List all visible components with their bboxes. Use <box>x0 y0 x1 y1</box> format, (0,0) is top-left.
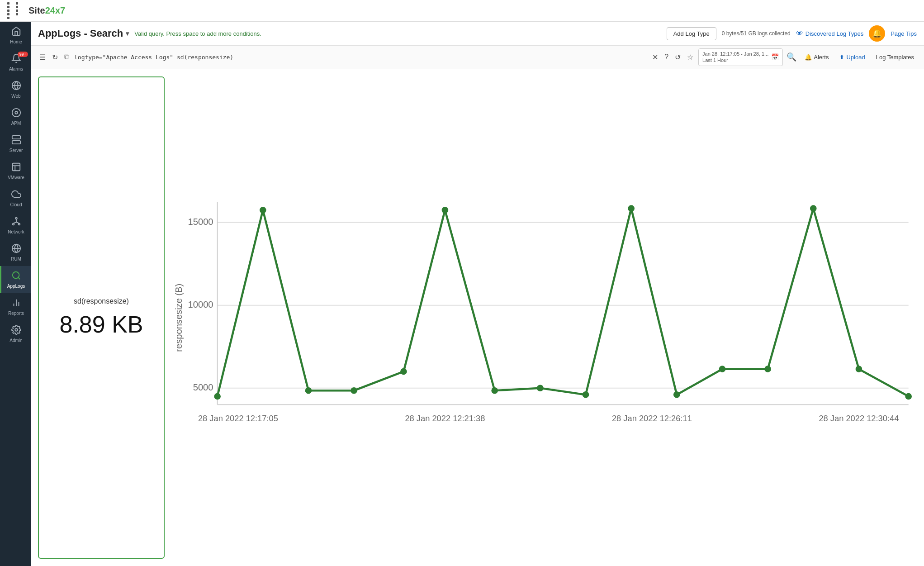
site-logo: Site24x7 <box>28 5 65 16</box>
svg-text:10000: 10000 <box>188 300 213 309</box>
home-icon <box>11 26 21 38</box>
sidebar-item-reports[interactable]: Reports <box>0 293 31 320</box>
sidebar-label-network: Network <box>8 229 24 234</box>
stat-card-title: sd(responsesize) <box>74 297 129 305</box>
help-button[interactable]: ? <box>663 52 670 62</box>
datetime-line1: Jan 28, 12:17:05 - Jan 28, 1... <box>702 51 768 57</box>
svg-point-36 <box>305 387 312 394</box>
svg-line-20 <box>18 277 20 279</box>
favorite-button[interactable]: ☆ <box>686 52 695 63</box>
svg-rect-8 <box>12 163 20 171</box>
svg-line-16 <box>16 222 19 224</box>
search-icon[interactable]: 🔍 <box>787 52 796 62</box>
svg-point-40 <box>491 387 498 394</box>
svg-rect-4 <box>12 136 20 139</box>
rum-icon <box>11 243 21 255</box>
sidebar-label-reports: Reports <box>8 311 24 316</box>
svg-text:responsesize (B): responsesize (B) <box>174 283 184 352</box>
sidebar-label-admin: Admin <box>9 338 22 343</box>
svg-point-34 <box>214 393 221 400</box>
vmware-icon <box>11 162 21 173</box>
title-dropdown-arrow[interactable]: ▾ <box>126 30 129 37</box>
svg-point-11 <box>15 218 17 219</box>
alerts-button[interactable]: 🔔 Alerts <box>802 52 831 62</box>
page-tips-link[interactable]: Page Tips <box>891 30 917 37</box>
svg-line-15 <box>13 222 16 224</box>
toolbar-bar: ☰ ↻ ⧉ ✕ ? ↺ ☆ Jan 28, 12:17:05 - Jan 28,… <box>31 46 924 69</box>
sidebar-label-rum: RUM <box>11 257 21 262</box>
sidebar-label-applogs: AppLogs <box>7 284 25 289</box>
query-input[interactable] <box>74 54 647 61</box>
svg-point-45 <box>719 366 726 372</box>
datetime-line2: Last 1 Hour <box>702 57 768 63</box>
svg-point-35 <box>260 207 266 214</box>
svg-text:5000: 5000 <box>193 382 213 392</box>
add-log-type-button[interactable]: Add Log Type <box>667 27 716 40</box>
svg-point-44 <box>673 391 680 398</box>
stat-card: sd(responsesize) 8.89 KB <box>38 76 165 559</box>
clear-query-button[interactable]: ✕ <box>651 52 659 63</box>
svg-point-42 <box>583 391 589 398</box>
sidebar-item-apm[interactable]: APM <box>0 103 31 130</box>
apps-grid-button[interactable] <box>7 2 23 19</box>
svg-rect-5 <box>12 141 20 144</box>
svg-point-19 <box>12 272 19 279</box>
notification-button[interactable]: 🔔 <box>869 25 885 42</box>
auto-refresh-button[interactable]: ↺ <box>673 52 682 63</box>
sidebar-label-web: Web <box>11 94 20 99</box>
upload-button[interactable]: ⬆ Upload <box>837 52 867 62</box>
list-view-button[interactable]: ☰ <box>38 52 47 63</box>
svg-text:15000: 15000 <box>188 217 213 227</box>
sidebar-label-vmware: VMware <box>8 175 24 180</box>
valid-query-message: Valid query. Press space to add more con… <box>134 30 661 37</box>
apm-icon <box>11 108 21 119</box>
chart-svg-wrapper: responsesize (B) 15000 10000 5000 <box>172 76 917 559</box>
cloud-icon <box>11 189 21 200</box>
svg-point-13 <box>18 224 20 225</box>
sidebar-label-server: Server <box>9 148 23 153</box>
datetime-picker[interactable]: Jan 28, 12:17:05 - Jan 28, 1... Last 1 H… <box>698 48 783 66</box>
sidebar-item-admin[interactable]: Admin <box>0 320 31 347</box>
network-icon <box>11 216 21 228</box>
svg-text:28 Jan 2022 12:26:11: 28 Jan 2022 12:26:11 <box>612 414 692 423</box>
refresh-button[interactable]: ↻ <box>51 52 59 63</box>
sidebar-item-home[interactable]: Home <box>0 22 31 49</box>
sidebar-label-alarms: Alarms <box>9 67 23 71</box>
sidebar-item-applogs[interactable]: AppLogs <box>0 266 31 293</box>
sidebar-label-home: Home <box>10 39 22 44</box>
page-title: AppLogs - Search ▾ <box>38 28 129 39</box>
web-icon <box>11 81 21 92</box>
content-area: AppLogs - Search ▾ Valid query. Press sp… <box>31 22 924 566</box>
svg-point-12 <box>12 224 14 225</box>
storage-info: 0 bytes/51 GB logs collected <box>722 30 791 37</box>
bell-icon: 🔔 <box>872 29 882 38</box>
svg-point-49 <box>905 393 912 400</box>
svg-point-24 <box>15 328 18 331</box>
eye-icon: 👁 <box>796 29 803 38</box>
header-bar: AppLogs - Search ▾ Valid query. Press sp… <box>31 22 924 46</box>
svg-point-38 <box>400 368 407 375</box>
chart-area: sd(responsesize) 8.89 KB responsesize (B… <box>31 69 924 566</box>
sidebar-item-cloud[interactable]: Cloud <box>0 185 31 212</box>
server-icon <box>11 135 21 146</box>
sidebar: Home Alarms 99+ Web APM Server VMware Cl… <box>0 22 31 566</box>
alarms-badge: 99+ <box>18 52 28 57</box>
log-templates-button[interactable]: Log Templates <box>873 52 917 62</box>
toolbar-right: 🔍 🔔 Alerts ⬆ Upload Log Templates <box>787 52 917 62</box>
sidebar-label-apm: APM <box>11 121 21 126</box>
sidebar-item-network[interactable]: Network <box>0 212 31 239</box>
copy-button[interactable]: ⧉ <box>63 52 71 62</box>
svg-point-48 <box>856 366 862 372</box>
applogs-icon <box>11 271 21 282</box>
topbar: Site24x7 <box>0 0 924 22</box>
line-chart-container: responsesize (B) 15000 10000 5000 <box>172 76 917 559</box>
sidebar-item-rum[interactable]: RUM <box>0 239 31 266</box>
sidebar-item-server[interactable]: Server <box>0 130 31 157</box>
sidebar-item-web[interactable]: Web <box>0 76 31 103</box>
svg-point-3 <box>15 111 18 114</box>
sidebar-item-alarms[interactable]: Alarms 99+ <box>0 49 31 76</box>
svg-point-47 <box>810 205 817 212</box>
sidebar-item-vmware[interactable]: VMware <box>0 157 31 185</box>
discovered-log-types-link[interactable]: 👁 Discovered Log Types <box>796 29 863 38</box>
reports-icon <box>11 298 21 309</box>
